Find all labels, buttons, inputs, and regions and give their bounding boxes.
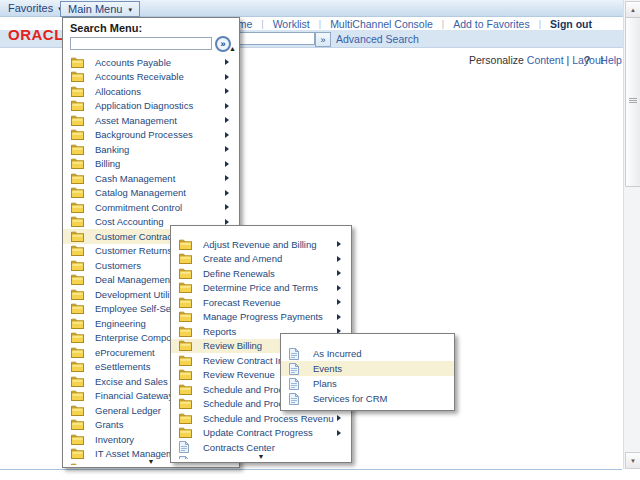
- menu-item-label: Define Renewals: [203, 268, 334, 279]
- menu-item[interactable]: Schedule and Process Revenue: [171, 411, 351, 426]
- review-billing-items: As Incurred Events: [281, 346, 454, 408]
- menu-item[interactable]: As Incurred: [281, 346, 454, 361]
- folder-icon: [71, 202, 84, 213]
- folder-icon: [71, 332, 84, 343]
- menu-item[interactable]: Determine Price and Terms: [171, 281, 351, 296]
- menu-item[interactable]: Forecast Revenue: [171, 295, 351, 310]
- main-menu-label: Main Menu: [68, 3, 122, 15]
- folder-icon: [179, 282, 192, 293]
- menu-item[interactable]: Application Diagnostics: [63, 99, 239, 114]
- submenu-arrow-icon: [225, 204, 233, 210]
- submenu-arrow-icon: [225, 219, 233, 225]
- nav-link-add-to-favorites[interactable]: Add to Favorites: [453, 18, 529, 30]
- favorites-label: Favorites: [8, 2, 53, 14]
- chevron-down-icon: ▾: [128, 6, 132, 13]
- submenu-arrow-icon: [225, 117, 233, 123]
- main-menu-button[interactable]: Main Menu ▾: [60, 1, 140, 17]
- folder-icon: [71, 245, 84, 256]
- personalize-separator: |: [567, 54, 570, 66]
- submenu-arrow-icon: [225, 175, 233, 181]
- scrollbar-up-button[interactable]: ▲: [625, 1, 640, 18]
- portal-search-go-button[interactable]: »: [315, 32, 331, 47]
- folder-icon: [71, 405, 84, 416]
- menu-item[interactable]: Cash Management: [63, 171, 239, 186]
- folder-icon: [71, 144, 84, 155]
- folder-icon: [71, 376, 84, 387]
- menu-item-label: Adjust Revenue and Billing: [203, 239, 334, 250]
- peoplesoft-portal-screen: Favorites ▾ Main Menu ▾ Home | Worklist …: [0, 0, 640, 480]
- favorites-menu-button[interactable]: Favorites ▾: [8, 0, 62, 16]
- menu-scroll-up-icon[interactable]: ▲: [229, 45, 236, 52]
- link-separator: |: [261, 19, 263, 29]
- menu-item[interactable]: Background Processes: [63, 128, 239, 143]
- folder-icon: [179, 355, 192, 366]
- menu-item[interactable]: Update Contract Progress: [171, 426, 351, 441]
- folder-icon: [179, 297, 192, 308]
- menu-item-label: Forecast Revenue: [203, 297, 334, 308]
- menu-item-label: Background Processes: [95, 129, 222, 140]
- menu-item[interactable]: Asset Management: [63, 113, 239, 128]
- folder-icon: [179, 427, 192, 438]
- help-question-icon: ?: [584, 54, 590, 66]
- menu-item-label: As Incurred: [313, 348, 437, 359]
- menu-item[interactable]: Banking: [63, 142, 239, 157]
- folder-icon: [71, 158, 84, 169]
- folder-icon: [71, 187, 84, 198]
- menu-item[interactable]: Manage Progress Payments: [171, 310, 351, 325]
- page-scrollbar[interactable]: ▲ ▼: [623, 0, 640, 469]
- menu-item-label: Billing: [95, 158, 222, 169]
- scrollbar-thumb[interactable]: [625, 17, 640, 187]
- folder-icon: [71, 86, 84, 97]
- menu-item[interactable]: Events: [281, 361, 454, 376]
- folder-icon: [71, 115, 84, 126]
- folder-icon: [179, 384, 192, 395]
- folder-icon: [71, 303, 84, 314]
- nav-link-multichannel-console[interactable]: MultiChannel Console: [330, 18, 433, 30]
- folder-icon: [71, 173, 84, 184]
- menu-item-label: Asset Management: [95, 115, 222, 126]
- link-separator: |: [442, 19, 444, 29]
- folder-icon: [71, 100, 84, 111]
- personalize-content-link[interactable]: Content: [527, 54, 564, 66]
- submenu-arrow-icon: [225, 146, 233, 152]
- submenu-arrow-icon: [225, 190, 233, 196]
- folder-icon: [71, 71, 84, 82]
- link-separator: |: [319, 19, 321, 29]
- scrollbar-down-button[interactable]: ▼: [625, 452, 640, 469]
- sign-out-link[interactable]: Sign out: [550, 18, 592, 30]
- submenu-arrow-icon: [337, 270, 345, 276]
- menu-item[interactable]: Create and Amend: [171, 252, 351, 267]
- folder-icon: [71, 419, 84, 430]
- menu-item[interactable]: Accounts Receivable: [63, 70, 239, 85]
- advanced-search-link[interactable]: Advanced Search: [336, 33, 419, 45]
- menu-item[interactable]: Catalog Management: [63, 186, 239, 201]
- folder-icon: [179, 326, 192, 337]
- menu-item[interactable]: Allocations: [63, 84, 239, 99]
- menu-item-label: Create and Amend: [203, 253, 334, 264]
- menu-item-label: Plans: [313, 378, 437, 389]
- menu-item[interactable]: Define Renewals: [171, 266, 351, 281]
- menu-search-input[interactable]: [70, 37, 212, 50]
- menu-item[interactable]: Adjust Revenue and Billing: [171, 237, 351, 252]
- menu-item[interactable]: Plans: [281, 376, 454, 391]
- menu-item-label: Contracts Center: [203, 442, 334, 453]
- menu-item[interactable]: Services for CRM: [281, 391, 454, 406]
- search-menu-label: Search Menu:: [70, 22, 142, 34]
- menu-item-label: Manage Progress Payments: [203, 311, 334, 322]
- nav-link-worklist[interactable]: Worklist: [273, 18, 310, 30]
- page-icon: [179, 441, 189, 453]
- help-link[interactable]: Help: [600, 54, 622, 66]
- menu-item-label: Cash Management: [95, 173, 222, 184]
- menu-item-label: Accounts Payable: [95, 57, 222, 68]
- menu-item[interactable]: Billing: [63, 157, 239, 172]
- submenu-arrow-icon: [225, 74, 233, 80]
- page-icon: [289, 393, 299, 405]
- submenu-arrow-icon: [337, 430, 345, 436]
- submenu-arrow-icon: [225, 103, 233, 109]
- page-icon: [289, 378, 299, 390]
- menu-item[interactable]: Accounts Payable: [63, 55, 239, 70]
- scrollbar-grip: [629, 98, 637, 103]
- submenu-arrow-icon: [337, 314, 345, 320]
- submenu-scroll-down-icon[interactable]: ▼: [171, 453, 351, 460]
- menu-item[interactable]: Commitment Control: [63, 200, 239, 215]
